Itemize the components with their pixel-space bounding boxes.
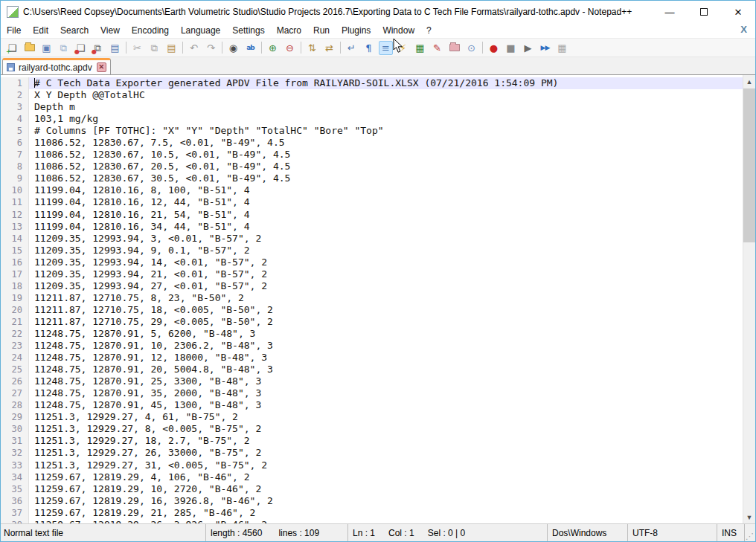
- editor-line-32[interactable]: 3211251.3, 12929.27, 26, 33000, "B-75", …: [1, 447, 743, 459]
- undo-button[interactable]: ↶: [187, 41, 201, 55]
- line-text[interactable]: 11086.52, 12830.67, 30.5, <0.01, "B-49",…: [29, 172, 743, 184]
- editor-line-33[interactable]: 3311251.3, 12929.27, 31, <0.005, "B-75",…: [1, 459, 743, 471]
- editor-line-35[interactable]: 3511259.67, 12819.29, 10, 2720, "B-46", …: [1, 483, 743, 495]
- menu-item-help[interactable]: ?: [420, 24, 438, 37]
- editor-line-2[interactable]: 2X Y Depth @@TotalHC: [1, 89, 743, 101]
- save-file-button[interactable]: ▣: [39, 41, 54, 55]
- line-text[interactable]: 11199.04, 12810.16, 34, 44, "B-51", 4: [29, 221, 743, 233]
- line-text[interactable]: 11209.35, 12993.94, 27, <0.01, "B-57", 2: [29, 280, 743, 292]
- editor-line-31[interactable]: 3111251.3, 12929.27, 18, 2.7, "B-75", 2: [1, 435, 743, 447]
- sync-scroll-vertical-button[interactable]: ⇅: [305, 41, 319, 55]
- editor-line-28[interactable]: 2811248.75, 12870.91, 45, 1300, "B-48", …: [1, 399, 743, 411]
- scrollbar-thumb[interactable]: [743, 88, 755, 242]
- project-panel-button[interactable]: [447, 41, 461, 55]
- line-text[interactable]: X Y Depth @@TotalHC: [29, 89, 743, 101]
- line-text[interactable]: 11259.67, 12819.29, 21, 285, "B-46", 2: [29, 507, 743, 519]
- find-button[interactable]: ◉: [226, 41, 240, 55]
- editor-line-19[interactable]: 1911211.87, 12710.75, 8, 23, "B-50", 2: [1, 292, 743, 304]
- line-text[interactable]: 11211.87, 12710.75, 8, 23, "B-50", 2: [29, 292, 743, 304]
- line-text[interactable]: 11248.75, 12870.91, 25, 3300, "B-48", 3: [29, 375, 743, 387]
- zoom-out-button[interactable]: ⊖: [283, 41, 297, 55]
- menu-item-edit[interactable]: Edit: [27, 24, 54, 37]
- vertical-scrollbar[interactable]: ▲ ▼: [743, 75, 755, 523]
- print-button[interactable]: ▤: [108, 41, 122, 55]
- line-text[interactable]: Depth m: [29, 101, 743, 113]
- line-text[interactable]: 11248.75, 12870.91, 12, 18000, "B-48", 3: [29, 352, 743, 364]
- line-text[interactable]: 11251.3, 12929.27, 4, 61, "B-75", 2: [29, 411, 743, 423]
- resize-grip[interactable]: [745, 524, 755, 541]
- editor-line-27[interactable]: 2711248.75, 12870.91, 35, 2000, "B-48", …: [1, 387, 743, 399]
- macro-run-multiple-button[interactable]: ▶▶: [538, 41, 552, 55]
- line-text[interactable]: 11259.67, 12819.29, 16, 3926.8, "B-46", …: [29, 495, 743, 507]
- line-text[interactable]: 11086.52, 12830.67, 7.5, <0.01, "B-49", …: [29, 137, 743, 149]
- paste-button[interactable]: ▤: [164, 41, 179, 55]
- editor-line-36[interactable]: 3611259.67, 12819.29, 16, 3926.8, "B-46"…: [1, 495, 743, 507]
- word-wrap-button[interactable]: ↵: [345, 41, 359, 55]
- text-editor[interactable]: 1# C Tech Data Exporter generated APDV F…: [1, 75, 755, 523]
- menu-item-plugins[interactable]: Plugins: [336, 24, 377, 37]
- line-text[interactable]: 11248.75, 12870.91, 35, 2000, "B-48", 3: [29, 387, 743, 399]
- editor-line-14[interactable]: 1411209.35, 12993.94, 3, <0.01, "B-57", …: [1, 233, 743, 245]
- editor-line-26[interactable]: 2611248.75, 12870.91, 25, 3300, "B-48", …: [1, 375, 743, 387]
- scroll-down-icon[interactable]: ▼: [743, 511, 755, 523]
- editor-line-17[interactable]: 1711209.35, 12993.94, 21, <0.01, "B-57",…: [1, 268, 743, 280]
- menu-item-window[interactable]: Window: [377, 24, 420, 37]
- editor-line-6[interactable]: 611086.52, 12830.67, 7.5, <0.01, "B-49",…: [1, 137, 743, 149]
- editor-line-22[interactable]: 2211248.75, 12870.91, 5, 6200, "B-48", 3: [1, 328, 743, 340]
- menu-item-settings[interactable]: Settings: [226, 24, 270, 37]
- line-text[interactable]: 11259.67, 12819.29, 10, 2720, "B-46", 2: [29, 483, 743, 495]
- editor-line-7[interactable]: 711086.52, 12830.67, 10.5, <0.01, "B-49"…: [1, 149, 743, 161]
- editor-line-13[interactable]: 1311199.04, 12810.16, 34, 44, "B-51", 4: [1, 221, 743, 233]
- open-file-button[interactable]: [22, 41, 36, 55]
- editor-line-16[interactable]: 1611209.35, 12993.94, 14, <0.01, "B-57",…: [1, 257, 743, 268]
- line-text[interactable]: 11259.67, 12819.29, 4, 106, "B-46", 2: [29, 471, 743, 483]
- document-list-button[interactable]: ✎: [430, 41, 444, 55]
- editor-line-23[interactable]: 2311248.75, 12870.91, 10, 2306.2, "B-48"…: [1, 340, 743, 352]
- menu-item-macro[interactable]: Macro: [271, 24, 307, 37]
- line-text[interactable]: 11259.67, 12819.29, 26, 3.926, "B-46", 2: [29, 519, 743, 523]
- editor-line-20[interactable]: 2011211.87, 12710.75, 18, <0.005, "B-50"…: [1, 304, 743, 316]
- tab-close-icon[interactable]: ✕: [97, 62, 106, 72]
- editor-line-37[interactable]: 3711259.67, 12819.29, 21, 285, "B-46", 2: [1, 507, 743, 519]
- macro-record-button[interactable]: ●: [487, 41, 501, 55]
- line-text[interactable]: 11251.3, 12929.27, 31, <0.005, "B-75", 2: [29, 459, 743, 471]
- editor-line-8[interactable]: 811086.52, 12830.67, 20.5, <0.01, "B-49"…: [1, 161, 743, 172]
- minimize-button[interactable]: —: [653, 1, 687, 23]
- line-text[interactable]: 11251.3, 12929.27, 26, 33000, "B-75", 2: [29, 447, 743, 459]
- close-button[interactable]: ✕: [721, 1, 755, 23]
- close-all-button[interactable]: ⧉●: [91, 41, 105, 55]
- new-file-button[interactable]: ❏+: [5, 41, 19, 55]
- line-text[interactable]: 11209.35, 12993.94, 9, 0.1, "B-57", 2: [29, 245, 743, 257]
- editor-line-21[interactable]: 2111211.87, 12710.75, 29, <0.005, "B-50"…: [1, 316, 743, 328]
- sync-scroll-horizontal-button[interactable]: ⇄: [322, 41, 336, 55]
- editor-line-11[interactable]: 1111199.04, 12810.16, 12, 44, "B-51", 4: [1, 196, 743, 208]
- copy-button[interactable]: ⧉: [147, 41, 161, 55]
- line-text[interactable]: 11248.75, 12870.91, 10, 2306.2, "B-48", …: [29, 340, 743, 352]
- macro-stop-button[interactable]: ■: [504, 41, 518, 55]
- redo-button[interactable]: ↷: [204, 41, 218, 55]
- save-all-button[interactable]: ⧉: [57, 41, 71, 55]
- line-text[interactable]: 11248.75, 12870.91, 45, 1300, "B-48", 3: [29, 399, 743, 411]
- line-text[interactable]: 11209.35, 12993.94, 14, <0.01, "B-57", 2: [29, 257, 743, 268]
- editor-line-1[interactable]: 1# C Tech Data Exporter generated APDV F…: [1, 77, 743, 89]
- line-text[interactable]: 11086.52, 12830.67, 10.5, <0.01, "B-49",…: [29, 149, 743, 161]
- show-all-characters-button[interactable]: ¶: [362, 41, 376, 55]
- scroll-up-icon[interactable]: ▲: [743, 75, 755, 88]
- line-text[interactable]: 11248.75, 12870.91, 5, 6200, "B-48", 3: [29, 328, 743, 340]
- editor-line-15[interactable]: 1511209.35, 12993.94, 9, 0.1, "B-57", 2: [1, 245, 743, 257]
- line-text[interactable]: 103,1 mg/kg: [29, 113, 743, 125]
- monitoring-button[interactable]: ⊙: [464, 41, 478, 55]
- menu-item-encoding[interactable]: Encoding: [126, 24, 175, 37]
- editor-line-9[interactable]: 911086.52, 12830.67, 30.5, <0.01, "B-49"…: [1, 172, 743, 184]
- line-text[interactable]: 11086.52, 12830.67, 20.5, <0.01, "B-49",…: [29, 161, 743, 172]
- menu-item-file[interactable]: File: [1, 24, 27, 37]
- editor-line-5[interactable]: 5# Columns [PF TOTHC]: "X" "Y" "Depth" "…: [1, 125, 743, 137]
- editor-line-29[interactable]: 2911251.3, 12929.27, 4, 61, "B-75", 2: [1, 411, 743, 423]
- line-text[interactable]: # Columns [PF TOTHC]: "X" "Y" "Depth" "T…: [29, 125, 743, 137]
- line-text[interactable]: 11251.3, 12929.27, 8, <0.005, "B-75", 2: [29, 423, 743, 435]
- line-text[interactable]: 11211.87, 12710.75, 18, <0.005, "B-50", …: [29, 304, 743, 316]
- menu-item-view[interactable]: View: [94, 24, 126, 37]
- line-text[interactable]: 11251.3, 12929.27, 18, 2.7, "B-75", 2: [29, 435, 743, 447]
- document-map-button[interactable]: ▦: [413, 41, 427, 55]
- indent-guide-button[interactable]: ≡: [379, 41, 393, 55]
